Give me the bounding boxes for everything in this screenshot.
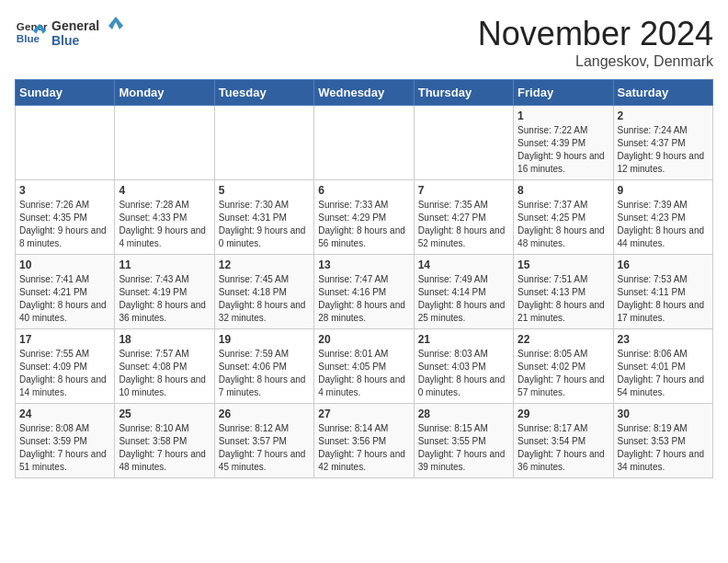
week-row-4: 17Sunrise: 7:55 AM Sunset: 4:09 PM Dayli… [16, 329, 713, 404]
day-cell: 5Sunrise: 7:30 AM Sunset: 4:31 PM Daylig… [214, 180, 313, 255]
day-info: Sunrise: 7:43 AM Sunset: 4:19 PM Dayligh… [119, 273, 210, 325]
day-cell [115, 106, 214, 180]
day-cell: 22Sunrise: 8:05 AM Sunset: 4:02 PM Dayli… [514, 329, 613, 404]
day-cell: 7Sunrise: 7:35 AM Sunset: 4:27 PM Daylig… [414, 180, 513, 255]
day-number: 18 [119, 333, 210, 346]
column-header-wednesday: Wednesday [314, 80, 414, 106]
day-cell: 17Sunrise: 7:55 AM Sunset: 4:09 PM Dayli… [16, 329, 115, 404]
day-info: Sunrise: 8:14 AM Sunset: 3:56 PM Dayligh… [318, 422, 409, 474]
day-info: Sunrise: 8:08 AM Sunset: 3:59 PM Dayligh… [19, 422, 110, 474]
day-info: Sunrise: 7:24 AM Sunset: 4:37 PM Dayligh… [618, 124, 709, 176]
day-info: Sunrise: 7:45 AM Sunset: 4:18 PM Dayligh… [219, 273, 310, 325]
day-cell [214, 106, 313, 180]
day-info: Sunrise: 8:05 AM Sunset: 4:02 PM Dayligh… [518, 348, 609, 399]
day-cell: 23Sunrise: 8:06 AM Sunset: 4:01 PM Dayli… [613, 329, 712, 404]
day-info: Sunrise: 8:01 AM Sunset: 4:05 PM Dayligh… [318, 348, 409, 399]
day-cell [16, 106, 115, 180]
day-info: Sunrise: 7:41 AM Sunset: 4:21 PM Dayligh… [19, 273, 110, 325]
day-cell: 24Sunrise: 8:08 AM Sunset: 3:59 PM Dayli… [16, 404, 115, 478]
day-info: Sunrise: 7:22 AM Sunset: 4:39 PM Dayligh… [518, 124, 609, 176]
day-info: Sunrise: 7:53 AM Sunset: 4:11 PM Dayligh… [618, 273, 709, 325]
day-number: 5 [219, 184, 310, 197]
day-info: Sunrise: 8:19 AM Sunset: 3:53 PM Dayligh… [618, 422, 709, 474]
day-cell: 9Sunrise: 7:39 AM Sunset: 4:23 PM Daylig… [613, 180, 712, 255]
day-number: 7 [418, 184, 509, 197]
day-info: Sunrise: 7:51 AM Sunset: 4:13 PM Dayligh… [518, 273, 609, 325]
day-cell: 8Sunrise: 7:37 AM Sunset: 4:25 PM Daylig… [514, 180, 613, 255]
day-info: Sunrise: 7:26 AM Sunset: 4:35 PM Dayligh… [19, 199, 110, 250]
day-number: 8 [518, 184, 609, 197]
day-number: 28 [418, 408, 509, 420]
day-info: Sunrise: 8:10 AM Sunset: 3:58 PM Dayligh… [119, 422, 210, 474]
day-info: Sunrise: 8:03 AM Sunset: 4:03 PM Dayligh… [418, 348, 509, 399]
day-cell: 14Sunrise: 7:49 AM Sunset: 4:14 PM Dayli… [414, 255, 513, 329]
day-cell: 20Sunrise: 8:01 AM Sunset: 4:05 PM Dayli… [314, 329, 414, 404]
day-info: Sunrise: 8:15 AM Sunset: 3:55 PM Dayligh… [418, 422, 509, 474]
day-number: 26 [219, 408, 310, 420]
day-number: 16 [618, 259, 709, 271]
calendar-body: 1Sunrise: 7:22 AM Sunset: 4:39 PM Daylig… [16, 106, 713, 478]
day-cell: 29Sunrise: 8:17 AM Sunset: 3:54 PM Dayli… [514, 404, 613, 478]
day-number: 27 [318, 408, 409, 420]
day-info: Sunrise: 7:28 AM Sunset: 4:33 PM Dayligh… [119, 199, 210, 250]
day-cell: 13Sunrise: 7:47 AM Sunset: 4:16 PM Dayli… [314, 255, 414, 329]
day-cell: 16Sunrise: 7:53 AM Sunset: 4:11 PM Dayli… [613, 255, 712, 329]
day-number: 29 [518, 408, 609, 420]
day-info: Sunrise: 7:55 AM Sunset: 4:09 PM Dayligh… [19, 348, 110, 399]
calendar-table: SundayMondayTuesdayWednesdayThursdayFrid… [15, 79, 713, 478]
day-cell: 1Sunrise: 7:22 AM Sunset: 4:39 PM Daylig… [514, 106, 613, 180]
day-cell: 15Sunrise: 7:51 AM Sunset: 4:13 PM Dayli… [514, 255, 613, 329]
day-number: 24 [19, 408, 110, 420]
day-number: 19 [219, 333, 310, 346]
day-cell: 11Sunrise: 7:43 AM Sunset: 4:19 PM Dayli… [115, 255, 214, 329]
day-info: Sunrise: 7:59 AM Sunset: 4:06 PM Dayligh… [219, 348, 310, 399]
day-cell: 30Sunrise: 8:19 AM Sunset: 3:53 PM Dayli… [613, 404, 712, 478]
column-header-thursday: Thursday [414, 80, 513, 106]
day-cell: 21Sunrise: 8:03 AM Sunset: 4:03 PM Dayli… [414, 329, 513, 404]
calendar-header-row: SundayMondayTuesdayWednesdayThursdayFrid… [16, 80, 713, 106]
week-row-1: 1Sunrise: 7:22 AM Sunset: 4:39 PM Daylig… [16, 106, 713, 180]
day-number: 1 [518, 109, 609, 122]
day-number: 4 [119, 184, 210, 197]
day-number: 9 [618, 184, 709, 197]
day-number: 11 [119, 259, 210, 271]
day-cell: 18Sunrise: 7:57 AM Sunset: 4:08 PM Dayli… [115, 329, 214, 404]
day-number: 20 [318, 333, 409, 346]
column-header-saturday: Saturday [613, 80, 712, 106]
week-row-2: 3Sunrise: 7:26 AM Sunset: 4:35 PM Daylig… [16, 180, 713, 255]
day-cell: 10Sunrise: 7:41 AM Sunset: 4:21 PM Dayli… [16, 255, 115, 329]
column-header-monday: Monday [115, 80, 214, 106]
day-cell: 12Sunrise: 7:45 AM Sunset: 4:18 PM Dayli… [214, 255, 313, 329]
day-number: 22 [518, 333, 609, 346]
day-cell: 19Sunrise: 7:59 AM Sunset: 4:06 PM Dayli… [214, 329, 313, 404]
day-cell: 3Sunrise: 7:26 AM Sunset: 4:35 PM Daylig… [16, 180, 115, 255]
logo-icon: General Blue [15, 16, 48, 49]
title-area: November 2024 Langeskov, Denmark [478, 15, 713, 70]
day-cell: 4Sunrise: 7:28 AM Sunset: 4:33 PM Daylig… [115, 180, 214, 255]
day-number: 21 [418, 333, 509, 346]
day-info: Sunrise: 7:57 AM Sunset: 4:08 PM Dayligh… [119, 348, 210, 399]
week-row-5: 24Sunrise: 8:08 AM Sunset: 3:59 PM Dayli… [16, 404, 713, 478]
day-number: 2 [618, 109, 709, 122]
day-cell: 26Sunrise: 8:12 AM Sunset: 3:57 PM Dayli… [214, 404, 313, 478]
calendar-subtitle: Langeskov, Denmark [478, 53, 713, 70]
day-cell: 2Sunrise: 7:24 AM Sunset: 4:37 PM Daylig… [613, 106, 712, 180]
day-number: 6 [318, 184, 409, 197]
column-header-friday: Friday [514, 80, 613, 106]
logo: General Blue General Blue [15, 15, 125, 50]
day-cell: 6Sunrise: 7:33 AM Sunset: 4:29 PM Daylig… [314, 180, 414, 255]
day-number: 15 [518, 259, 609, 271]
day-number: 3 [19, 184, 110, 197]
calendar-title: November 2024 [478, 15, 713, 53]
day-info: Sunrise: 8:06 AM Sunset: 4:01 PM Dayligh… [618, 348, 709, 399]
column-header-sunday: Sunday [16, 80, 115, 106]
header: General Blue General Blue November 2024 … [15, 15, 713, 70]
day-number: 25 [119, 408, 210, 420]
day-info: Sunrise: 7:49 AM Sunset: 4:14 PM Dayligh… [418, 273, 509, 325]
day-cell: 25Sunrise: 8:10 AM Sunset: 3:58 PM Dayli… [115, 404, 214, 478]
day-info: Sunrise: 7:33 AM Sunset: 4:29 PM Dayligh… [318, 199, 409, 250]
svg-text:Blue: Blue [51, 33, 80, 48]
day-cell: 27Sunrise: 8:14 AM Sunset: 3:56 PM Dayli… [314, 404, 414, 478]
day-info: Sunrise: 7:47 AM Sunset: 4:16 PM Dayligh… [318, 273, 409, 325]
svg-text:General: General [51, 18, 99, 33]
